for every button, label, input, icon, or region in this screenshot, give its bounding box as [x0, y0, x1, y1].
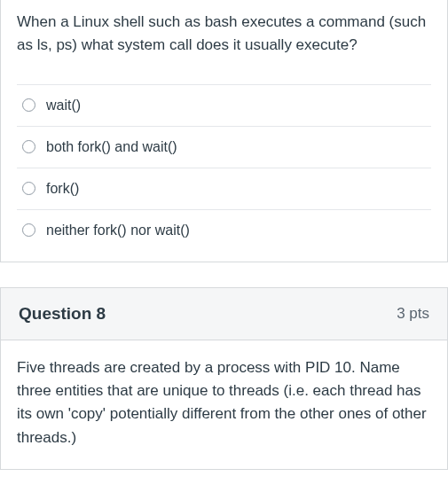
option-wait[interactable]: wait()	[17, 84, 431, 126]
question-body: When a Linux shell such as bash executes…	[1, 0, 447, 262]
radio-icon[interactable]	[22, 182, 35, 195]
question-points: 3 pts	[397, 305, 429, 323]
radio-icon[interactable]	[22, 140, 35, 153]
option-label: both fork() and wait()	[46, 139, 177, 155]
question-body: Five threads are created by a process wi…	[1, 340, 447, 469]
radio-icon[interactable]	[22, 223, 35, 237]
option-neither-fork-nor-wait[interactable]: neither fork() nor wait()	[17, 209, 431, 242]
option-label: neither fork() nor wait()	[46, 223, 190, 238]
option-fork[interactable]: fork()	[17, 168, 431, 209]
question-card-2: Question 8 3 pts Five threads are create…	[0, 287, 448, 470]
question-prompt: When a Linux shell such as bash executes…	[17, 11, 431, 58]
option-both-fork-and-wait[interactable]: both fork() and wait()	[17, 126, 431, 168]
question-card-1: When a Linux shell such as bash executes…	[0, 0, 448, 262]
question-title: Question 8	[19, 304, 106, 324]
question-header: Question 8 3 pts	[1, 288, 447, 340]
option-label: wait()	[46, 98, 81, 113]
option-label: fork()	[46, 181, 79, 197]
options-list: wait() both fork() and wait() fork() nei…	[17, 84, 431, 242]
question-prompt: Five threads are created by a process wi…	[17, 356, 431, 449]
radio-icon[interactable]	[22, 98, 35, 112]
